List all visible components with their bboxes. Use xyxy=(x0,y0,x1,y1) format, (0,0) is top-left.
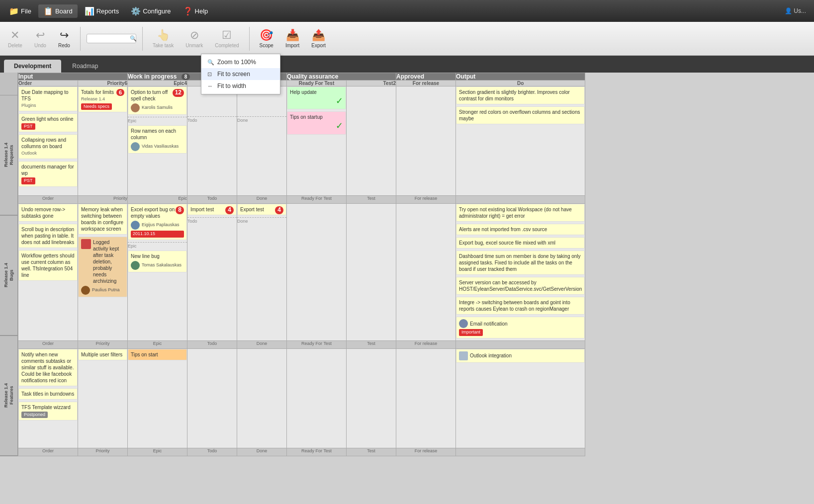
footer-epic-3: Epic xyxy=(128,448,187,456)
sub-epic: Epic 4 xyxy=(128,81,187,86)
task-new-line-bug[interactable]: New line bug Tomas Sakalauskas xyxy=(128,251,187,272)
task-alerts-not-imported[interactable]: Alerts are not imported from .csv source xyxy=(456,224,585,235)
footer-order-1: Order xyxy=(18,196,78,204)
bugs-priority: Memory leak when switching between board… xyxy=(78,204,128,341)
take-task-button[interactable]: 👆 Take task xyxy=(149,27,178,50)
task-undo-remove[interactable]: Undo remove row-> subtasks gone xyxy=(18,204,78,222)
unmark-button[interactable]: ⊘ Unmark xyxy=(181,27,207,50)
undo-button[interactable]: ↩ Undo xyxy=(30,27,50,50)
toolbar: ✕ Delete ↩ Undo ↪ Redo 🔍 🔍 Zoom to 100% … xyxy=(0,22,814,56)
row-requests: Due Date mapping to TFS Plugins Green li… xyxy=(18,86,585,196)
board-icon: 📋 xyxy=(43,6,53,16)
fit-screen-label: Fit to screen xyxy=(217,71,250,78)
requests-done: Done xyxy=(237,86,287,196)
task-spell-check[interactable]: 12 Option to turn off spell check Karoli… xyxy=(128,86,187,115)
task-server-version[interactable]: Server version can be accessed by HOST/E… xyxy=(456,277,585,295)
features-output: Outlook integration xyxy=(456,348,585,448)
user-name-tomas: Tomas Sakalauskas xyxy=(142,262,181,268)
zoom-100-label: Zoom to 100% xyxy=(217,59,256,66)
search-input[interactable] xyxy=(90,36,130,42)
task-email-notification[interactable]: Email notification Important xyxy=(456,317,585,338)
features-for-release xyxy=(396,348,456,448)
task-multiple-filters[interactable]: Multiple user filters xyxy=(78,349,127,360)
user-tomas: Tomas Sakalauskas xyxy=(131,261,184,270)
fit-width-item[interactable]: ↔ Fit to width xyxy=(201,80,280,92)
features-order: Notify when new comments subtasks or sim… xyxy=(18,348,78,448)
footer-order-3: Order xyxy=(18,448,78,456)
task-outlook-integration[interactable]: Outlook integration xyxy=(456,349,585,363)
footer-ready-3: Ready For Test xyxy=(287,448,347,456)
task-integre-switching[interactable]: Integre -> switching between boards and … xyxy=(456,297,585,315)
footer-epic-1: Epic xyxy=(128,196,187,204)
task-notify-comments[interactable]: Notify when new comments subtasks or sim… xyxy=(18,349,78,386)
nav-file[interactable]: 📁 File xyxy=(4,4,36,18)
features-priority: Multiple user filters xyxy=(78,348,128,448)
search-box[interactable]: 🔍 xyxy=(87,34,136,43)
board-scroll-area[interactable]: Input Work in progress 8 Quality assuran… xyxy=(18,73,814,456)
footer-row-3: Order Priority Epic Todo Done Ready For … xyxy=(18,448,585,456)
task-scroll-bug[interactable]: Scroll bug in description when pasting i… xyxy=(18,224,78,248)
tab-development[interactable]: Development xyxy=(4,60,61,73)
row-label-requests: Release 1.4Requests xyxy=(0,95,17,216)
delete-button[interactable]: ✕ Delete xyxy=(4,27,26,50)
sub-header-row: Order Priority 6 Epic 4 Todo Done Ready … xyxy=(18,81,585,86)
task-memory-leak[interactable]: Memory leak when switching between board… xyxy=(78,204,127,235)
toolbar-sep-3 xyxy=(249,27,250,51)
task-excel-export[interactable]: 8 Excel export bug on empty values Eigij… xyxy=(128,204,187,240)
task-stronger-red[interactable]: Stronger red colors on overflown columns… xyxy=(456,106,585,124)
nav-configure[interactable]: ⚙️ Configure xyxy=(126,4,176,18)
bugs-order: Undo remove row-> subtasks gone Scroll b… xyxy=(18,204,78,341)
task-collapsing[interactable]: Collapsing rows and collumns on board Ou… xyxy=(18,134,78,159)
header-output: Output xyxy=(456,73,585,81)
fit-screen-item[interactable]: ⊡ Fit to screen xyxy=(201,68,280,80)
needs-specs-badge: Needs specs xyxy=(81,103,112,110)
avatar-paulius xyxy=(81,286,90,295)
task-help-update[interactable]: Help update ✓ xyxy=(287,86,346,109)
task-dashboard-time[interactable]: Dashboard time sum on member is done by … xyxy=(456,251,585,275)
task-tips-on-start[interactable]: Tips on start xyxy=(128,349,187,360)
task-logged-activity[interactable]: Logged activity kept after task deletion… xyxy=(78,237,127,297)
export-button[interactable]: 📤 Export xyxy=(307,27,330,50)
task-export-bug[interactable]: Export bug, excel source file mixed with… xyxy=(456,237,585,249)
task-green-light[interactable]: Green light whos online PST xyxy=(18,113,78,133)
redo-button[interactable]: ↪ Redo xyxy=(54,27,74,50)
completed-button[interactable]: ☑ Completed xyxy=(211,27,243,50)
tab-roadmap[interactable]: Roadmap xyxy=(62,60,108,73)
todo-sep: Todo xyxy=(187,116,237,123)
scope-button[interactable]: 🎯 Scope xyxy=(256,27,277,50)
task-task-titles[interactable]: Task titles in burndowns xyxy=(18,388,78,400)
side-label-top xyxy=(0,73,17,95)
nav-board[interactable]: 📋 Board xyxy=(38,4,78,18)
footer-row-1: Order Priority Epic Todo Done Ready For … xyxy=(18,196,585,204)
footer-priority-1: Priority xyxy=(78,196,128,204)
task-import-test[interactable]: 4 Import test xyxy=(187,204,237,215)
sub-priority: Priority 6 xyxy=(78,81,128,86)
count-badge: 6 xyxy=(116,89,124,96)
task-try-open[interactable]: Try open not existing local Workspace (d… xyxy=(456,204,585,222)
task-docs-manager[interactable]: documents manager for wp PST xyxy=(18,161,78,187)
main-board: Release 1.4Requests Release 1.4Bugs Rele… xyxy=(0,73,814,456)
requests-ready: Help update ✓ Tips on startup ✓ xyxy=(287,86,347,196)
nav-reports[interactable]: 📊 Reports xyxy=(80,4,124,18)
task-due-date[interactable]: Due Date mapping to TFS Plugins xyxy=(18,86,78,111)
task-tfs-template[interactable]: TFS Template wizzard Postponed xyxy=(18,402,78,421)
import-button[interactable]: 📥 Import xyxy=(281,27,303,50)
nav-help[interactable]: ❓ Help xyxy=(178,4,213,18)
task-row-names[interactable]: Row names on each column Vidas Vasiliaus… xyxy=(128,125,187,154)
row-features: Notify when new comments subtasks or sim… xyxy=(18,348,585,448)
unmark-label: Unmark xyxy=(185,43,203,48)
avatar-email xyxy=(459,319,468,328)
zoom-100-item[interactable]: 🔍 Zoom to 100% xyxy=(201,56,280,68)
footer-priority-3: Priority xyxy=(78,448,128,456)
pst-badge: PST xyxy=(21,123,35,130)
task-tips-startup[interactable]: Tips on startup ✓ xyxy=(287,111,346,134)
toolbar-sep-2 xyxy=(142,27,143,51)
task-export-test[interactable]: 4 Export test xyxy=(237,204,286,215)
undo-label: Undo xyxy=(34,43,46,48)
task-workflow-getters[interactable]: Workflow getters should use current colu… xyxy=(18,250,78,281)
task-section-gradient[interactable]: Section gradient is slightly brighter. I… xyxy=(456,86,585,104)
task-totals[interactable]: 6 Totals for limits Release 1.4 Needs sp… xyxy=(78,86,127,112)
user-eigijus: Eigijus Paplauskas xyxy=(131,221,184,230)
approved-label: Approved xyxy=(396,73,424,80)
todo-sep-2: Todo xyxy=(187,217,237,224)
